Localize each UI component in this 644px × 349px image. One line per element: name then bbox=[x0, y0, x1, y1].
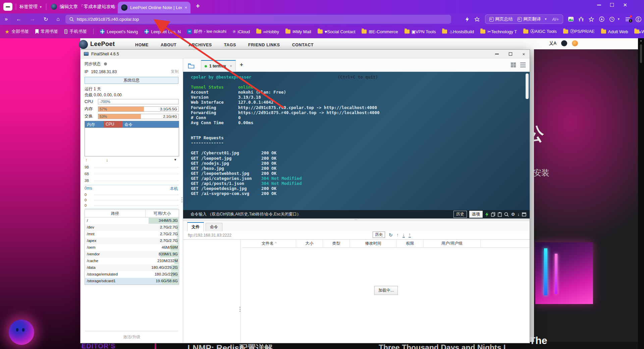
tab-group-icon[interactable] bbox=[3, 3, 12, 11]
ping-host[interactable]: 本机 bbox=[170, 186, 178, 192]
post-thumbnail[interactable] bbox=[535, 242, 593, 304]
bookmark-item[interactable]: ▣VPN Tools bbox=[405, 29, 436, 34]
process-tab-3[interactable]: 命令 bbox=[122, 121, 141, 128]
finalshell-maximize-button[interactable] bbox=[509, 52, 512, 56]
browser-logo-icon[interactable] bbox=[636, 16, 641, 22]
copy-icon[interactable] bbox=[491, 212, 495, 217]
scrollbar-arrow-icon[interactable]: ▼ bbox=[640, 40, 642, 43]
download-icon[interactable]: ↓ bbox=[402, 232, 405, 238]
bookmark-item[interactable]: 手机书签 bbox=[64, 29, 87, 35]
search-icon[interactable] bbox=[504, 212, 509, 217]
new-tab-button[interactable]: + bbox=[196, 2, 200, 10]
menu-icon[interactable] bbox=[520, 62, 526, 67]
sidebar-splitter-handle[interactable] bbox=[181, 197, 182, 202]
file-column-header[interactable]: 用户/用户组 bbox=[424, 240, 481, 247]
window-minimize-button[interactable] bbox=[597, 5, 601, 5]
disk-row[interactable]: /storage/sdcard119.6G/58.6G bbox=[85, 278, 179, 285]
window-maximize-button[interactable] bbox=[610, 3, 614, 7]
bookmark-item[interactable]: ✂Technology T bbox=[480, 29, 517, 34]
disk-row[interactable]: /mnt2.7G/2.7G bbox=[85, 231, 179, 238]
url-text[interactable]: https://2d91c875.r40.cpolar.top bbox=[77, 17, 139, 22]
activate-upgrade-link[interactable]: 激活/升级 bbox=[80, 334, 183, 340]
graph-dropdown-icon[interactable]: ▼ bbox=[174, 158, 177, 161]
history-button[interactable]: 历史 bbox=[453, 211, 467, 218]
tab-close-icon[interactable]: × bbox=[184, 5, 187, 10]
file-column-header[interactable]: 类型 bbox=[323, 240, 350, 247]
site-translate-icon[interactable]: 乂A bbox=[549, 40, 556, 46]
horizontal-splitter-handle[interactable]: ⋯ bbox=[183, 218, 530, 221]
extensions-overflow-icon[interactable]: » bbox=[5, 16, 8, 22]
extensions-puzzle-icon[interactable] bbox=[579, 17, 584, 22]
process-tab-2[interactable]: CPU bbox=[104, 121, 122, 128]
ai-plus-button[interactable]: AI+ bbox=[552, 17, 559, 22]
nav-item[interactable]: HOME bbox=[135, 43, 149, 47]
terminal-tab[interactable]: 1 termux × bbox=[201, 60, 236, 71]
grid-view-icon[interactable] bbox=[511, 62, 516, 67]
disk-row[interactable]: /dev2.7G/2.7G bbox=[85, 224, 179, 231]
ftp-address[interactable]: ftp://192.168.31.83:2222 bbox=[188, 233, 231, 238]
window-mode-icon[interactable] bbox=[522, 212, 526, 216]
finalshell-title-bar[interactable]: FinalShell 4.6.5 × bbox=[80, 50, 530, 58]
bookmark-item[interactable]: Leepoet's Navig bbox=[100, 29, 138, 34]
upload-icon[interactable]: ↑ bbox=[409, 232, 411, 238]
file-history-button[interactable]: 历史 bbox=[373, 232, 385, 238]
file-list-pane[interactable]: 文件名^大小类型修改时间权限用户/用户组 加载中... bbox=[242, 240, 530, 343]
bookmark-item[interactable]: ⍟iCloud bbox=[233, 29, 250, 35]
page-summary-button[interactable]: 网页总结 bbox=[489, 16, 513, 22]
window-close-button[interactable]: ✕ bbox=[623, 3, 627, 7]
terminal-scrollbar-thumb[interactable] bbox=[526, 73, 529, 99]
lightning-icon[interactable] bbox=[485, 212, 489, 217]
file-column-header[interactable]: 文件名^ bbox=[242, 240, 296, 247]
site-avatar[interactable] bbox=[79, 40, 88, 49]
disk-row[interactable]: /vendor839M/1.9G bbox=[85, 251, 179, 258]
favorites-star-icon[interactable] bbox=[589, 17, 594, 22]
bookmark-item[interactable]: 常用书签 bbox=[35, 29, 58, 35]
bookmark-item[interactable]: ⊞E-Commerce bbox=[362, 29, 398, 34]
quick-action-lightning-icon[interactable] bbox=[465, 17, 470, 22]
disk-row[interactable]: /data180.4G/229.2G bbox=[85, 264, 179, 271]
page-translate-button[interactable]: 网页翻译▼ bbox=[518, 16, 547, 22]
gear-icon[interactable]: ⚙ bbox=[511, 212, 515, 216]
refresh-icon[interactable]: ↻ bbox=[389, 233, 393, 237]
file-column-header[interactable]: 权限 bbox=[397, 240, 424, 247]
history-button[interactable]: ▼ bbox=[609, 17, 620, 22]
terminal-output[interactable]: cpolar by @bestexpresser (Ctrl+C to quit… bbox=[183, 72, 530, 210]
bookmark-item[interactable]: ♨HostsBuild bbox=[442, 29, 474, 34]
directory-tree-pane[interactable] bbox=[183, 240, 241, 343]
tab-article[interactable]: 编辑文章 「零成本建站攻略: 如 bbox=[60, 4, 116, 10]
scrollbar-thumb[interactable] bbox=[640, 44, 642, 63]
bookmark-item[interactable]: ⒶAIGC Tools bbox=[523, 29, 557, 35]
ai-assistant-orb[interactable] bbox=[9, 319, 34, 345]
disk-table-header[interactable]: 路径 可用/大小 bbox=[85, 210, 179, 217]
bookmark-item[interactable]: ★全部书签 bbox=[5, 29, 29, 35]
tab-commands[interactable]: 命令 bbox=[206, 223, 222, 231]
finalshell-minimize-button[interactable] bbox=[495, 54, 499, 54]
tab-active[interactable]: LeePoet Online Note | LeePo × bbox=[118, 2, 191, 13]
disk-row[interactable]: /apex2.7G/2.7G bbox=[85, 238, 179, 244]
nav-item[interactable]: TAGS bbox=[224, 43, 236, 47]
bookmark-item[interactable]: ⓅPS/PR/AE bbox=[563, 29, 595, 35]
home-icon[interactable]: ⌂ bbox=[56, 16, 60, 22]
forward-icon[interactable]: → bbox=[30, 16, 35, 22]
process-tab-1[interactable]: 内存 bbox=[85, 121, 104, 128]
file-column-header[interactable]: 修改时间 bbox=[350, 240, 397, 247]
screenshot-image-icon[interactable] bbox=[568, 17, 574, 21]
file-column-header[interactable]: 大小 bbox=[296, 240, 323, 247]
reload-icon[interactable]: ↻ bbox=[44, 16, 48, 22]
downloads-icon[interactable] bbox=[599, 16, 604, 22]
nav-item[interactable]: ABOUT bbox=[161, 43, 176, 47]
disk-row[interactable]: /oem46M/59M bbox=[85, 244, 179, 251]
disk-row[interactable]: /storage/emulated180.2G/229G bbox=[85, 271, 179, 278]
bookmark-item[interactable]: Adult Web bbox=[601, 29, 628, 34]
nav-item[interactable]: CONTACT bbox=[292, 43, 314, 47]
file-splitter-handle[interactable] bbox=[239, 307, 240, 312]
new-terminal-button[interactable]: + bbox=[240, 61, 243, 68]
finalshell-close-button[interactable]: × bbox=[522, 52, 525, 56]
collapse-icon[interactable]: ↓ bbox=[518, 212, 520, 216]
back-icon[interactable]: ← bbox=[16, 16, 21, 22]
command-input-bar[interactable]: 命令输入 （双击Ctrl切换,Alt历史,Tab路径/命令,Esc关闭窗口） 历… bbox=[183, 210, 530, 218]
tab-files[interactable]: 文件 bbox=[187, 222, 204, 231]
tab-close-icon[interactable]: × bbox=[230, 64, 232, 68]
bookmark-item[interactable]: ✉邮件 - lee nokohi bbox=[187, 29, 226, 35]
page-scrollbar[interactable]: ▼ bbox=[638, 38, 644, 349]
